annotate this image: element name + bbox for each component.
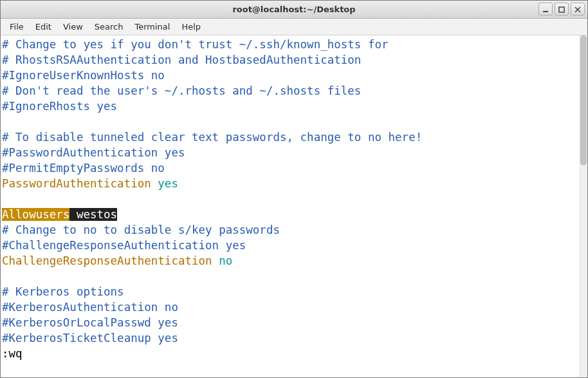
terminal-window: root@localhost:~/Desktop File Edit View	[0, 0, 588, 378]
scrollbar-vertical[interactable]	[580, 35, 587, 377]
minimize-button[interactable]	[538, 3, 553, 15]
editor-line[interactable]	[2, 191, 578, 207]
editor-span: # Kerberos options	[2, 285, 124, 298]
editor-content[interactable]: # Change to yes if you don't trust ~/.ss…	[2, 37, 578, 361]
editor-span: #KerberosAuthentication no	[2, 301, 178, 314]
editor-line[interactable]: :wq	[2, 346, 578, 361]
svg-rect-1	[559, 7, 564, 12]
editor-span: #IgnoreUserKnownHosts no	[2, 69, 165, 82]
maximize-button[interactable]	[555, 3, 569, 15]
editor-span: PasswordAuthentication	[2, 177, 158, 190]
window-title: root@localhost:~/Desktop	[1, 5, 587, 14]
editor-line[interactable]: #ChallengeResponseAuthentication yes	[2, 238, 578, 253]
editor-span: yes	[158, 177, 178, 190]
scrollbar-thumb[interactable]	[580, 35, 587, 165]
editor-line[interactable]: #KerberosOrLocalPasswd yes	[2, 315, 578, 330]
editor-line[interactable]: Allowusers westos	[2, 207, 578, 222]
editor-span	[2, 115, 9, 128]
menu-terminal[interactable]: Terminal	[129, 20, 175, 33]
menu-help[interactable]: Help	[176, 20, 206, 33]
editor-span: westos	[69, 208, 117, 221]
menu-edit[interactable]: Edit	[30, 20, 57, 33]
window-controls	[538, 3, 585, 15]
titlebar[interactable]: root@localhost:~/Desktop	[1, 1, 587, 19]
editor-span: # Don't read the user's ~/.rhosts and ~/…	[2, 84, 361, 97]
menu-file[interactable]: File	[5, 20, 29, 33]
editor-line[interactable]: # Kerberos options	[2, 284, 578, 299]
editor-line[interactable]: #IgnoreRhosts yes	[2, 99, 578, 114]
editor-line[interactable]: #KerberosTicketCleanup yes	[2, 330, 578, 346]
editor-line[interactable]: #IgnoreUserKnownHosts no	[2, 68, 578, 83]
minimize-icon	[542, 3, 549, 15]
editor-span: # Change to yes if you don't trust ~/.ss…	[2, 38, 389, 51]
menu-bar: File Edit View Search Terminal Help	[1, 19, 587, 35]
menu-search[interactable]: Search	[89, 20, 129, 33]
editor-span: #KerberosOrLocalPasswd yes	[2, 316, 178, 329]
close-icon	[574, 3, 581, 15]
close-button[interactable]	[571, 3, 585, 15]
editor-span	[2, 193, 9, 205]
editor-span: #PasswordAuthentication yes	[2, 146, 185, 159]
menu-view[interactable]: View	[58, 20, 88, 33]
editor-line[interactable]: # Don't read the user's ~/.rhosts and ~/…	[2, 83, 578, 99]
editor-line[interactable]: # Change to yes if you don't trust ~/.ss…	[2, 37, 578, 52]
editor-line[interactable]: #KerberosAuthentication no	[2, 299, 578, 315]
editor-line[interactable]	[2, 269, 578, 284]
editor-span: #IgnoreRhosts yes	[2, 100, 117, 113]
editor-span: ChallengeResponseAuthentication	[2, 254, 219, 267]
editor-line[interactable]: #PermitEmptyPasswords no	[2, 160, 578, 176]
editor-span: # To disable tunneled clear text passwor…	[2, 131, 422, 144]
editor-span: #ChallengeResponseAuthentication yes	[2, 239, 246, 252]
editor-line[interactable]: # RhostsRSAAuthentication and HostbasedA…	[2, 52, 578, 68]
maximize-icon	[558, 3, 565, 15]
editor-line[interactable]: ChallengeResponseAuthentication no	[2, 253, 578, 269]
editor-line[interactable]: # Change to no to disable s/key password…	[2, 222, 578, 238]
editor-span: # Change to no to disable s/key password…	[2, 223, 280, 236]
editor-line[interactable]: # To disable tunneled clear text passwor…	[2, 129, 578, 145]
editor-span: # RhostsRSAAuthentication and HostbasedA…	[2, 53, 361, 66]
terminal-viewport[interactable]: # Change to yes if you don't trust ~/.ss…	[1, 35, 587, 377]
editor-line[interactable]: PasswordAuthentication yes	[2, 176, 578, 191]
editor-span: #PermitEmptyPasswords no	[2, 162, 165, 175]
editor-line[interactable]	[2, 114, 578, 129]
editor-span: :wq	[2, 347, 23, 360]
editor-span: #KerberosTicketCleanup yes	[2, 332, 178, 345]
editor-line[interactable]: #PasswordAuthentication yes	[2, 145, 578, 160]
editor-span: no	[219, 254, 232, 267]
editor-span: Allowusers	[2, 208, 69, 221]
editor-span	[2, 270, 9, 283]
